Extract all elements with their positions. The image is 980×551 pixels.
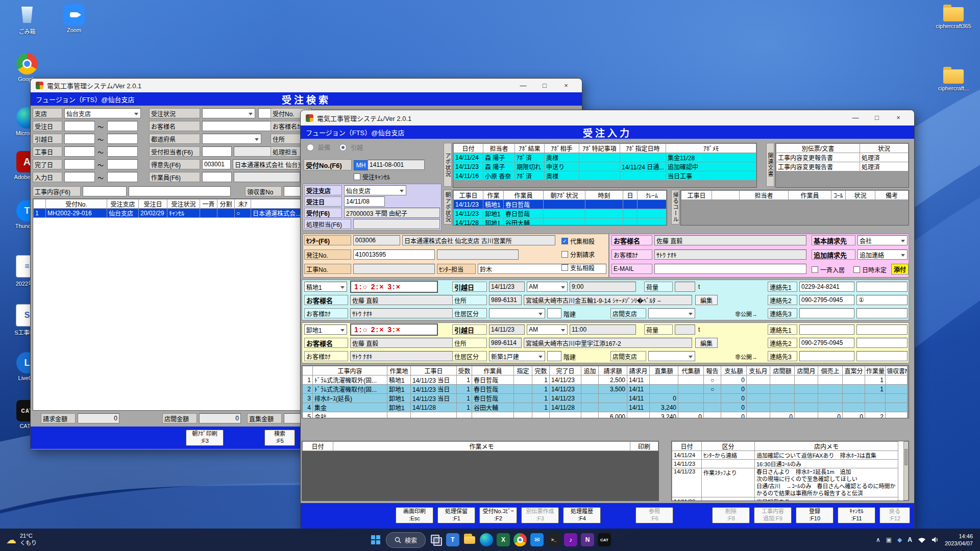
time-value[interactable]: 9:00 — [570, 282, 636, 292]
time-value[interactable]: 11:00 — [570, 324, 636, 335]
extra-billing-select[interactable]: 追加連絡 — [857, 249, 908, 260]
morning-appo-row[interactable]: 14/11/28 卸地1 谷田大輔 — [454, 218, 667, 226]
network-icon[interactable] — [918, 536, 926, 543]
maximize-button[interactable]: □ — [534, 78, 555, 93]
hold-button[interactable]: 処理保留:F1 — [437, 507, 475, 523]
start-button[interactable] — [369, 533, 382, 546]
order-status-select-1[interactable] — [202, 108, 255, 118]
basic-billing-select[interactable]: 会社 — [857, 235, 908, 245]
complete-date-from[interactable] — [64, 159, 95, 169]
mail-icon[interactable]: ✉ — [530, 533, 544, 546]
branch-filter-select[interactable]: 仙台支店 — [64, 108, 141, 118]
contact2-value[interactable]: 090-2795-0945 — [799, 338, 854, 348]
work-date-from[interactable] — [64, 146, 95, 157]
input-date-from[interactable] — [64, 172, 95, 182]
zip-value[interactable]: 989-6131 — [489, 295, 522, 305]
order-date-from[interactable] — [64, 121, 95, 131]
customer-kana-value[interactable]: ｻﾄｳ ﾅｵｷ — [654, 249, 806, 260]
shop-branch-select[interactable] — [648, 308, 695, 318]
close-button[interactable]: × — [555, 78, 577, 93]
copy-reception-no-button[interactable]: 受付No.ｺﾋﾟｰ:F2 — [479, 507, 517, 523]
add-work-button[interactable]: 工事内容追加:F9 — [754, 507, 792, 523]
contact3-value[interactable] — [799, 351, 854, 361]
contact1-value[interactable]: 0229-24-8241 — [799, 282, 854, 292]
split-billing-checkbox[interactable]: 分割請求 — [561, 250, 595, 259]
delete-button[interactable]: 削除:F8 — [712, 507, 750, 523]
move-date-from[interactable] — [64, 134, 95, 144]
contact3-extra[interactable] — [856, 308, 908, 318]
floors-value[interactable] — [547, 351, 561, 361]
daishu-offset-checkbox[interactable]: ✓代集相殺 — [561, 237, 595, 245]
ampm-select[interactable]: AM — [527, 324, 568, 335]
complete-date-to[interactable] — [107, 159, 138, 169]
floors-value[interactable] — [547, 308, 561, 318]
residence-type-select[interactable] — [489, 308, 545, 318]
doc-row[interactable]: 工事内容変更報告書 処理済 — [776, 153, 909, 162]
contact1-value[interactable] — [799, 324, 854, 335]
task-view-button[interactable] — [429, 533, 443, 546]
load-value[interactable] — [675, 282, 695, 292]
order-cancel-checkbox[interactable]: 受注ｷｬﾝｾﾙ — [354, 172, 390, 181]
worker-code[interactable] — [202, 172, 232, 182]
customer-name-value[interactable]: 佐藤 直毅 — [654, 235, 806, 245]
ime-indicator[interactable]: A — [908, 536, 912, 543]
memo-scrollbar[interactable] — [903, 441, 909, 500]
excel-icon[interactable]: X — [497, 533, 510, 546]
moving-radio[interactable]: 引越 — [339, 143, 363, 152]
attachment-badge[interactable]: 添付 — [891, 264, 909, 274]
search-button[interactable]: 検索 :F5 — [264, 430, 295, 446]
contact1-extra[interactable] — [856, 324, 908, 335]
monitor-tray-icon[interactable]: ▣ — [886, 536, 892, 543]
dropoff-kana-value[interactable]: ｻﾄｳ ﾅｵｷ — [350, 351, 469, 361]
zip-value[interactable]: 989-6114 — [489, 338, 522, 348]
order-date-to[interactable] — [107, 121, 138, 131]
work-item-row[interactable]: 4集金卸地114/11/281谷田大輔114/11/2814/113,2400 — [303, 403, 908, 412]
doc-row[interactable]: 工事内容変更報告書 処理済 — [776, 162, 909, 171]
load-value[interactable] — [675, 324, 695, 335]
appo-row[interactable]: 14/11/16 小原 香奈 ｱﾎﾟ済 奥様 当日工事 — [454, 171, 756, 181]
equipment-radio[interactable]: 設備 — [307, 143, 330, 152]
payment-offset-checkbox[interactable]: 支払相殺 — [561, 263, 595, 272]
volume-icon[interactable] — [932, 536, 939, 543]
back-button[interactable]: 戻る:F12 — [879, 507, 910, 523]
work-item-row[interactable]: 3排水ﾎｰｽ(延長)卸地114/11/23 当日1春日哲哉114/11/2314… — [303, 394, 908, 403]
shop-memo-row[interactable]: 14/11/23 16:30日通ｺｰﾙのみ — [672, 460, 898, 468]
pickup-type-select[interactable]: 積地1 — [304, 282, 347, 292]
order-date-value[interactable]: 14/11/08 — [344, 196, 385, 207]
contact2-extra[interactable]: ① — [856, 295, 908, 305]
onenote-icon[interactable]: N — [581, 533, 594, 546]
terminal-icon[interactable]: >_ — [547, 533, 560, 546]
datetime-undecided-checkbox[interactable]: 日時未定 — [853, 265, 887, 274]
edit-button[interactable]: 編集 — [695, 295, 718, 305]
dropoff-type-select[interactable]: 卸地1 — [304, 324, 347, 335]
close-button[interactable]: × — [888, 110, 909, 126]
shop-memo-row[interactable]: 14/11/08 当日記載あり — [672, 497, 898, 502]
search-box[interactable]: 検索 — [386, 532, 426, 548]
search-title-bar[interactable]: 電気工事管理システム/Ver 2.0.1 — □ × — [31, 79, 582, 92]
dropoff-name-value[interactable]: 佐藤 直毅 — [350, 338, 469, 348]
pickup-status[interactable]: 1:○ 2:× 3:× — [350, 281, 438, 293]
client-code[interactable]: 003001 — [202, 159, 231, 169]
shop-branch-select[interactable] — [648, 351, 695, 361]
desktop-icon-zoom[interactable]: Zoom — [54, 4, 94, 33]
chrome-icon[interactable] — [513, 533, 527, 546]
maximize-button[interactable]: □ — [866, 110, 888, 126]
morning-appo-row[interactable]: 14/11/23 積地1 春日哲哉 — [454, 200, 667, 209]
reception-no-value[interactable]: 1411-08-001 — [368, 160, 425, 170]
desktop-icon-folder-1[interactable]: ciphercraft365 — [930, 3, 977, 29]
ampm-select[interactable]: AM — [527, 282, 568, 292]
clock[interactable]: 14:46 2023/04/07 — [945, 533, 973, 547]
work-date-to[interactable] — [107, 146, 138, 157]
move-date-value[interactable]: 14/11/23 — [489, 324, 525, 335]
customer-name-filter-input[interactable] — [202, 121, 274, 131]
address-value[interactable]: 宮城県大崎市古川金五輪1-9-14 ｼｬｰﾒｿﾞﾝﾘ�ﾍﾞﾙﾀ − — [524, 295, 692, 305]
pickup-kana-value[interactable]: ｻﾄｳ ﾅｵｷ — [350, 308, 469, 318]
work-item-row[interactable]: 5合計6,0003,240000002 — [303, 412, 908, 419]
input-date-to[interactable] — [107, 172, 138, 182]
reference-button[interactable]: 参照:F6 — [635, 507, 673, 523]
po-no-value[interactable]: 410013595 — [353, 249, 435, 260]
edge-icon[interactable] — [480, 533, 493, 546]
media-icon[interactable]: ♪ — [564, 533, 577, 546]
edit-button[interactable]: 編集 — [695, 338, 718, 348]
email-input[interactable] — [654, 264, 806, 274]
